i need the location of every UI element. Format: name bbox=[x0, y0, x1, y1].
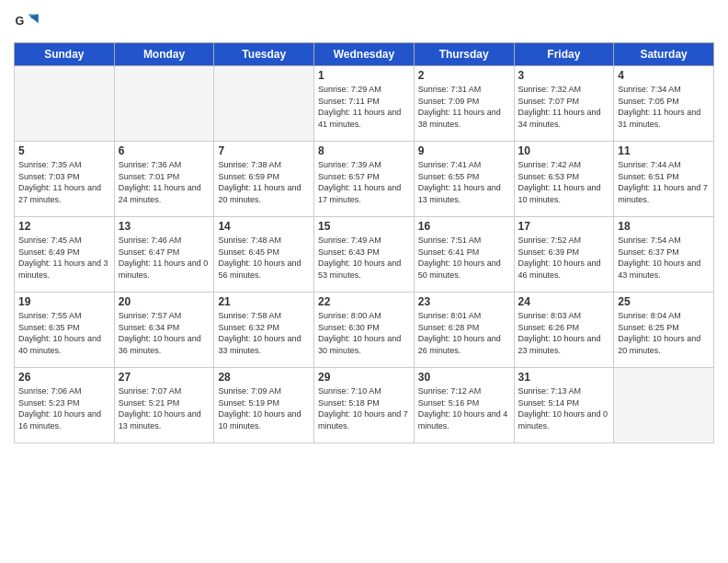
day-info: Sunrise: 7:52 AM Sunset: 6:39 PM Dayligh… bbox=[518, 235, 610, 281]
day-number: 22 bbox=[318, 295, 410, 308]
day-number: 3 bbox=[518, 69, 610, 82]
calendar-cell bbox=[114, 66, 214, 142]
calendar-header-saturday: Saturday bbox=[614, 43, 714, 66]
calendar-week-2: 12Sunrise: 7:45 AM Sunset: 6:49 PM Dayli… bbox=[15, 217, 714, 293]
calendar-cell: 27Sunrise: 7:07 AM Sunset: 5:21 PM Dayli… bbox=[114, 368, 214, 443]
calendar-cell: 11Sunrise: 7:44 AM Sunset: 6:51 PM Dayli… bbox=[614, 142, 714, 217]
day-number: 19 bbox=[18, 295, 110, 308]
day-info: Sunrise: 7:12 AM Sunset: 5:16 PM Dayligh… bbox=[418, 385, 510, 431]
day-number: 28 bbox=[218, 371, 310, 384]
day-number: 8 bbox=[318, 144, 410, 157]
calendar-week-0: 1Sunrise: 7:29 AM Sunset: 7:11 PM Daylig… bbox=[15, 66, 714, 142]
calendar-cell: 24Sunrise: 8:03 AM Sunset: 6:26 PM Dayli… bbox=[514, 293, 614, 368]
day-number: 13 bbox=[119, 220, 210, 233]
day-info: Sunrise: 7:35 AM Sunset: 7:03 PM Dayligh… bbox=[18, 159, 110, 205]
day-number: 16 bbox=[418, 220, 510, 233]
day-number: 7 bbox=[218, 144, 310, 157]
day-number: 20 bbox=[119, 295, 210, 308]
day-number: 12 bbox=[18, 220, 110, 233]
day-number: 26 bbox=[18, 371, 110, 384]
day-number: 9 bbox=[418, 144, 510, 157]
calendar-cell: 31Sunrise: 7:13 AM Sunset: 5:14 PM Dayli… bbox=[514, 368, 614, 443]
day-info: Sunrise: 7:46 AM Sunset: 6:47 PM Dayligh… bbox=[119, 235, 210, 281]
day-number: 21 bbox=[218, 295, 310, 308]
day-info: Sunrise: 8:04 AM Sunset: 6:25 PM Dayligh… bbox=[618, 310, 710, 356]
calendar-header-friday: Friday bbox=[514, 43, 614, 66]
page: G SundayMondayTuesdayWednesdayThursdayFr… bbox=[0, 0, 728, 563]
calendar-header-row: SundayMondayTuesdayWednesdayThursdayFrid… bbox=[15, 43, 714, 66]
calendar-cell bbox=[214, 66, 314, 142]
calendar-week-1: 5Sunrise: 7:35 AM Sunset: 7:03 PM Daylig… bbox=[15, 142, 714, 217]
day-info: Sunrise: 7:07 AM Sunset: 5:21 PM Dayligh… bbox=[119, 385, 210, 431]
calendar-cell: 3Sunrise: 7:32 AM Sunset: 7:07 PM Daylig… bbox=[514, 66, 614, 142]
calendar-header-wednesday: Wednesday bbox=[314, 43, 415, 66]
calendar-cell: 18Sunrise: 7:54 AM Sunset: 6:37 PM Dayli… bbox=[614, 217, 714, 293]
day-info: Sunrise: 7:29 AM Sunset: 7:11 PM Dayligh… bbox=[318, 84, 410, 130]
calendar-cell: 9Sunrise: 7:41 AM Sunset: 6:55 PM Daylig… bbox=[414, 142, 514, 217]
calendar-header-monday: Monday bbox=[114, 43, 214, 66]
day-info: Sunrise: 7:13 AM Sunset: 5:14 PM Dayligh… bbox=[518, 385, 610, 431]
day-info: Sunrise: 7:41 AM Sunset: 6:55 PM Dayligh… bbox=[418, 159, 510, 205]
day-info: Sunrise: 7:10 AM Sunset: 5:18 PM Dayligh… bbox=[318, 385, 410, 431]
calendar-cell: 30Sunrise: 7:12 AM Sunset: 5:16 PM Dayli… bbox=[414, 368, 514, 443]
day-info: Sunrise: 7:48 AM Sunset: 6:45 PM Dayligh… bbox=[218, 235, 310, 281]
day-info: Sunrise: 7:06 AM Sunset: 5:23 PM Dayligh… bbox=[18, 385, 110, 431]
day-info: Sunrise: 7:38 AM Sunset: 6:59 PM Dayligh… bbox=[218, 159, 310, 205]
day-number: 11 bbox=[618, 144, 710, 157]
calendar-cell: 19Sunrise: 7:55 AM Sunset: 6:35 PM Dayli… bbox=[15, 293, 115, 368]
day-number: 1 bbox=[318, 69, 410, 82]
calendar-header-thursday: Thursday bbox=[414, 43, 514, 66]
day-info: Sunrise: 7:34 AM Sunset: 7:05 PM Dayligh… bbox=[618, 84, 710, 130]
calendar-cell: 4Sunrise: 7:34 AM Sunset: 7:05 PM Daylig… bbox=[614, 66, 714, 142]
day-info: Sunrise: 7:32 AM Sunset: 7:07 PM Dayligh… bbox=[518, 84, 610, 130]
day-number: 25 bbox=[618, 295, 710, 308]
calendar-cell: 2Sunrise: 7:31 AM Sunset: 7:09 PM Daylig… bbox=[414, 66, 514, 142]
calendar-header-sunday: Sunday bbox=[15, 43, 115, 66]
calendar-cell: 14Sunrise: 7:48 AM Sunset: 6:45 PM Dayli… bbox=[214, 217, 314, 293]
calendar-cell: 8Sunrise: 7:39 AM Sunset: 6:57 PM Daylig… bbox=[314, 142, 415, 217]
logo-icon: G bbox=[14, 9, 40, 35]
calendar-cell: 5Sunrise: 7:35 AM Sunset: 7:03 PM Daylig… bbox=[15, 142, 115, 217]
day-number: 24 bbox=[518, 295, 610, 308]
calendar-week-4: 26Sunrise: 7:06 AM Sunset: 5:23 PM Dayli… bbox=[15, 368, 714, 443]
calendar-cell: 7Sunrise: 7:38 AM Sunset: 6:59 PM Daylig… bbox=[214, 142, 314, 217]
calendar-cell: 28Sunrise: 7:09 AM Sunset: 5:19 PM Dayli… bbox=[214, 368, 314, 443]
calendar-body: 1Sunrise: 7:29 AM Sunset: 7:11 PM Daylig… bbox=[15, 66, 714, 443]
calendar-cell bbox=[614, 368, 714, 443]
calendar-cell: 10Sunrise: 7:42 AM Sunset: 6:53 PM Dayli… bbox=[514, 142, 614, 217]
day-info: Sunrise: 7:57 AM Sunset: 6:34 PM Dayligh… bbox=[119, 310, 210, 356]
day-info: Sunrise: 7:39 AM Sunset: 6:57 PM Dayligh… bbox=[318, 159, 410, 205]
calendar-cell: 6Sunrise: 7:36 AM Sunset: 7:01 PM Daylig… bbox=[114, 142, 214, 217]
day-info: Sunrise: 7:51 AM Sunset: 6:41 PM Dayligh… bbox=[418, 235, 510, 281]
day-number: 23 bbox=[418, 295, 510, 308]
day-info: Sunrise: 7:54 AM Sunset: 6:37 PM Dayligh… bbox=[618, 235, 710, 281]
day-number: 14 bbox=[218, 220, 310, 233]
calendar-cell: 17Sunrise: 7:52 AM Sunset: 6:39 PM Dayli… bbox=[514, 217, 614, 293]
calendar-cell: 29Sunrise: 7:10 AM Sunset: 5:18 PM Dayli… bbox=[314, 368, 415, 443]
calendar-cell: 13Sunrise: 7:46 AM Sunset: 6:47 PM Dayli… bbox=[114, 217, 214, 293]
calendar-cell: 23Sunrise: 8:01 AM Sunset: 6:28 PM Dayli… bbox=[414, 293, 514, 368]
calendar-cell: 22Sunrise: 8:00 AM Sunset: 6:30 PM Dayli… bbox=[314, 293, 415, 368]
calendar-week-3: 19Sunrise: 7:55 AM Sunset: 6:35 PM Dayli… bbox=[15, 293, 714, 368]
day-number: 15 bbox=[318, 220, 410, 233]
day-number: 18 bbox=[618, 220, 710, 233]
day-info: Sunrise: 7:42 AM Sunset: 6:53 PM Dayligh… bbox=[518, 159, 610, 205]
day-info: Sunrise: 7:09 AM Sunset: 5:19 PM Dayligh… bbox=[218, 385, 310, 431]
day-number: 31 bbox=[518, 371, 610, 384]
day-info: Sunrise: 8:00 AM Sunset: 6:30 PM Dayligh… bbox=[318, 310, 410, 356]
calendar-cell: 25Sunrise: 8:04 AM Sunset: 6:25 PM Dayli… bbox=[614, 293, 714, 368]
calendar-cell: 20Sunrise: 7:57 AM Sunset: 6:34 PM Dayli… bbox=[114, 293, 214, 368]
day-number: 10 bbox=[518, 144, 610, 157]
day-number: 2 bbox=[418, 69, 510, 82]
logo: G bbox=[14, 9, 43, 35]
svg-text:G: G bbox=[15, 15, 24, 28]
day-number: 6 bbox=[119, 144, 210, 157]
day-number: 5 bbox=[18, 144, 110, 157]
day-info: Sunrise: 7:31 AM Sunset: 7:09 PM Dayligh… bbox=[418, 84, 510, 130]
day-number: 17 bbox=[518, 220, 610, 233]
day-info: Sunrise: 7:45 AM Sunset: 6:49 PM Dayligh… bbox=[18, 235, 110, 281]
calendar-cell: 1Sunrise: 7:29 AM Sunset: 7:11 PM Daylig… bbox=[314, 66, 415, 142]
day-info: Sunrise: 8:03 AM Sunset: 6:26 PM Dayligh… bbox=[518, 310, 610, 356]
calendar-cell: 26Sunrise: 7:06 AM Sunset: 5:23 PM Dayli… bbox=[15, 368, 115, 443]
day-number: 29 bbox=[318, 371, 410, 384]
